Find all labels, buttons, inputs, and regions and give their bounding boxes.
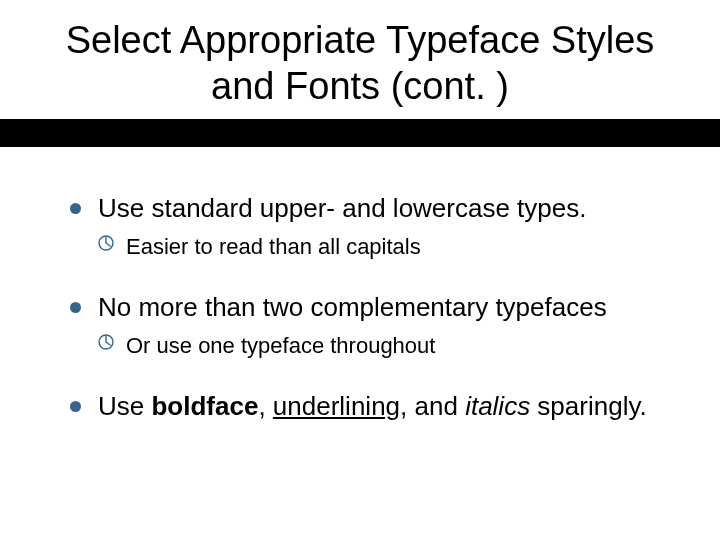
title-bar (0, 119, 720, 147)
bullet-3-underline: underlining (273, 391, 400, 421)
bullet-2: No more than two complementary typefaces (70, 290, 670, 325)
bullet-1: Use standard upper- and lowercase types. (70, 191, 670, 226)
bullet-3-prefix: Use (98, 391, 151, 421)
bullet-3-comma2: , and (400, 391, 465, 421)
bullet-1-sub: Easier to read than all capitals (98, 232, 670, 262)
slide-title: Select Appropriate Typeface Styles and F… (0, 0, 720, 119)
content-area: Use standard upper- and lowercase types.… (0, 147, 720, 424)
bullet-3-bold: boldface (151, 391, 258, 421)
bullet-3: Use boldface, underlining, and italics s… (70, 389, 670, 424)
bullet-3-suffix: sparingly. (530, 391, 647, 421)
slide: Select Appropriate Typeface Styles and F… (0, 0, 720, 540)
bullet-3-comma1: , (258, 391, 272, 421)
bullet-2-sub: Or use one typeface throughout (98, 331, 670, 361)
bullet-3-italic: italics (465, 391, 530, 421)
